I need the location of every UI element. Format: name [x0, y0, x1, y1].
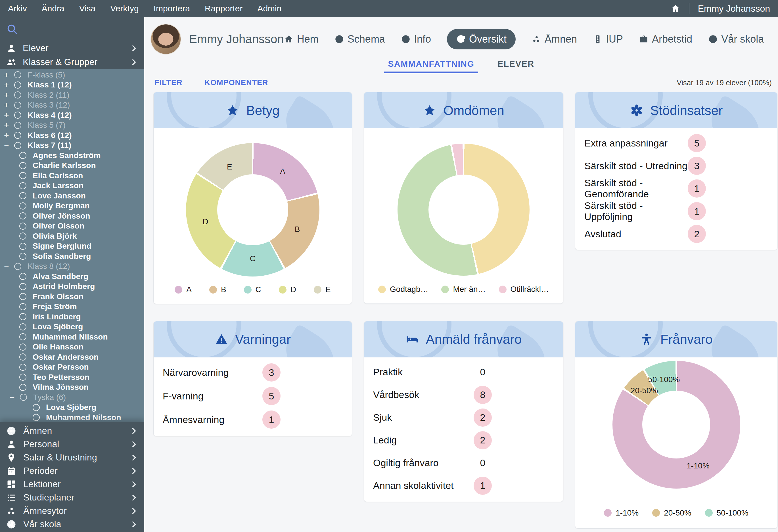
- tree-item[interactable]: Muhammed Nilsson: [0, 332, 144, 342]
- menu-item-rapporter[interactable]: Rapporter: [205, 4, 242, 13]
- tab-ämnen[interactable]: Ämnen: [532, 33, 577, 45]
- stat-row[interactable]: Särskilt stöd - Uppföljning1: [575, 200, 777, 223]
- stat-row[interactable]: Ledig2: [364, 429, 563, 452]
- sidebar-item-salar-utrustning[interactable]: Salar & Utrustning: [0, 451, 144, 464]
- radio-icon[interactable]: [19, 313, 26, 320]
- radio-icon[interactable]: [33, 414, 40, 421]
- radio-icon[interactable]: [14, 71, 21, 78]
- radio-icon[interactable]: [19, 192, 26, 199]
- franvaro-donut-chart[interactable]: 1-10%20-50%50-100%: [613, 361, 740, 488]
- radio-icon[interactable]: [19, 253, 26, 260]
- collapse-icon[interactable]: −: [4, 261, 14, 271]
- radio-icon[interactable]: [14, 102, 21, 109]
- tree-item[interactable]: +Klass 5 (7): [0, 121, 144, 131]
- tree-item[interactable]: Jack Larsson: [0, 181, 144, 191]
- radio-icon[interactable]: [19, 374, 26, 381]
- radio-icon[interactable]: [19, 162, 26, 169]
- stat-row[interactable]: Avslutad2: [575, 223, 777, 245]
- radio-icon[interactable]: [19, 333, 26, 340]
- radio-icon[interactable]: [19, 203, 26, 210]
- tree-item[interactable]: +F-klass (5): [0, 70, 144, 80]
- tree-item[interactable]: Vilma Jönsson: [0, 382, 144, 393]
- radio-icon[interactable]: [19, 323, 26, 330]
- sidebar-search[interactable]: [0, 17, 144, 41]
- stat-row[interactable]: Särskilt stöd - Utredning3: [575, 154, 777, 177]
- search-icon[interactable]: [6, 23, 18, 35]
- tree-item[interactable]: Ella Carlsson: [0, 171, 144, 181]
- tab-schema[interactable]: Schema: [334, 33, 385, 45]
- radio-icon[interactable]: [19, 273, 26, 280]
- tree-item[interactable]: −Tyska (6): [0, 392, 144, 402]
- radio-icon[interactable]: [19, 223, 26, 230]
- tree-item[interactable]: +Klass 1 (12): [0, 80, 144, 90]
- radio-icon[interactable]: [19, 182, 26, 189]
- stat-row[interactable]: Ogiltig frånvaro0: [364, 452, 563, 474]
- betyg-donut-chart[interactable]: ABCDE: [186, 143, 319, 277]
- radio-icon[interactable]: [19, 364, 26, 371]
- radio-icon[interactable]: [19, 354, 26, 361]
- tab-översikt[interactable]: Översikt: [447, 29, 516, 50]
- tree-item[interactable]: Frank Olsson: [0, 292, 144, 302]
- radio-icon[interactable]: [14, 81, 21, 89]
- home-icon[interactable]: [671, 4, 680, 13]
- subtab-sammanfattning[interactable]: SAMMANFATTNING: [384, 57, 478, 73]
- tree-item[interactable]: +Klass 3 (12): [0, 100, 144, 110]
- sidebar-item-personal[interactable]: Personal: [0, 438, 144, 451]
- radio-icon[interactable]: [14, 111, 21, 119]
- tab-info[interactable]: Info: [401, 33, 431, 45]
- menu-item-arkiv[interactable]: Arkiv: [8, 4, 27, 13]
- radio-icon[interactable]: [14, 122, 21, 129]
- stat-row[interactable]: Vårdbesök8: [364, 384, 563, 406]
- radio-icon[interactable]: [14, 263, 21, 270]
- radio-icon[interactable]: [20, 394, 27, 401]
- tree-item[interactable]: +Klass 6 (12): [0, 130, 144, 141]
- sidebar-item-studieplaner[interactable]: Studieplaner: [0, 491, 144, 504]
- radio-icon[interactable]: [14, 142, 21, 149]
- expand-icon[interactable]: +: [4, 100, 14, 110]
- tree-item[interactable]: Oliver Olsson: [0, 221, 144, 231]
- expand-icon[interactable]: +: [4, 70, 14, 80]
- tree-item[interactable]: Teo Pettersson: [0, 372, 144, 382]
- tree-item[interactable]: Iris Lindberg: [0, 312, 144, 322]
- expand-icon[interactable]: +: [4, 121, 14, 130]
- expand-icon[interactable]: +: [4, 110, 14, 120]
- stat-row[interactable]: Annan skolaktivitet1: [364, 474, 563, 497]
- tree-item[interactable]: −Klass 7 (11): [0, 141, 144, 151]
- tree-item[interactable]: Astrid Holmberg: [0, 282, 144, 292]
- subtab-elever[interactable]: ELEVER: [493, 57, 538, 73]
- expand-icon[interactable]: +: [4, 80, 14, 90]
- tree-item[interactable]: Agnes Sandström: [0, 150, 144, 161]
- tree-item[interactable]: Oskar Andersson: [0, 352, 144, 362]
- avatar[interactable]: [151, 24, 181, 55]
- radio-icon[interactable]: [19, 232, 26, 240]
- menu-item-verktyg[interactable]: Verktyg: [110, 4, 139, 13]
- tree-item[interactable]: Muhammed Nilsson: [0, 412, 144, 422]
- menubar-user-name[interactable]: Emmy Johansson: [698, 3, 770, 14]
- stat-row[interactable]: Ämnesvarning1: [154, 408, 352, 432]
- tree-item[interactable]: Olivia Björk: [0, 231, 144, 241]
- sidebar-item-perioder[interactable]: Perioder: [0, 464, 144, 477]
- stat-row[interactable]: Extra anpassningar5: [575, 132, 777, 154]
- radio-icon[interactable]: [19, 293, 26, 300]
- tree-item[interactable]: Alva Sandberg: [0, 272, 144, 282]
- radio-icon[interactable]: [19, 283, 26, 290]
- tab-vår-skola[interactable]: Vår skola: [708, 33, 764, 45]
- sidebar-item-ämnen[interactable]: Ämnen: [0, 424, 144, 438]
- tree-item[interactable]: +Klass 4 (12): [0, 110, 144, 121]
- sidebar-item-vår-skola[interactable]: Vår skola: [0, 518, 144, 531]
- menu-item-importera[interactable]: Importera: [154, 4, 190, 13]
- radio-icon[interactable]: [14, 132, 21, 139]
- tree-item[interactable]: Signe Berglund: [0, 241, 144, 251]
- komponenter-button[interactable]: KOMPONENTER: [205, 78, 268, 87]
- stat-row[interactable]: Praktik0: [364, 361, 563, 384]
- collapse-icon[interactable]: −: [4, 141, 14, 150]
- tab-hem[interactable]: Hem: [284, 33, 319, 45]
- filter-button[interactable]: FILTER: [154, 78, 182, 87]
- sidebar-item-lektioner[interactable]: Lektioner: [0, 477, 144, 491]
- tree-item[interactable]: −Klass 8 (12): [0, 261, 144, 272]
- tree-item[interactable]: Sofia Sandberg: [0, 251, 144, 261]
- stat-row[interactable]: F-varning5: [154, 384, 352, 408]
- radio-icon[interactable]: [19, 243, 26, 250]
- omdomen-donut-chart[interactable]: [397, 144, 530, 276]
- tab-arbetstid[interactable]: Arbetstid: [639, 33, 692, 45]
